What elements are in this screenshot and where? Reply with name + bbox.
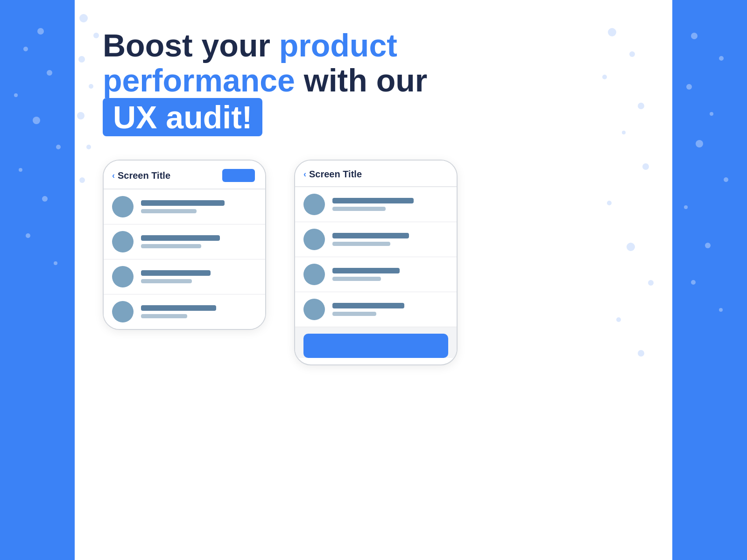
decorative-dot [77, 112, 85, 119]
phone2-bottom-button[interactable] [303, 334, 448, 358]
phone2-lines-1 [332, 198, 448, 211]
decorative-dot [648, 280, 654, 286]
phone2-body [295, 187, 457, 358]
phone1-avatar-2 [112, 231, 134, 252]
phone1-list-item [104, 294, 265, 329]
left-sidebar [0, 0, 75, 560]
decorative-dot [642, 163, 649, 170]
decorative-dot [54, 261, 57, 265]
phones-section: ‹ Screen Title [103, 160, 644, 560]
phone2-lines-4 [332, 303, 448, 316]
phone1-lines-3 [141, 270, 257, 283]
phone1-line-primary-2 [141, 235, 220, 241]
decorative-dot [616, 317, 621, 322]
headline-part1: Boost your [103, 28, 279, 63]
decorative-dot [19, 168, 22, 172]
decorative-dot [686, 84, 692, 90]
phone2-avatar-4 [303, 299, 325, 320]
phone2-line-primary-3 [332, 268, 400, 273]
phone2-line-primary-4 [332, 303, 404, 308]
decorative-dot [26, 233, 30, 238]
phone1-lines-2 [141, 235, 257, 248]
decorative-dot [638, 350, 644, 357]
phone2-line-secondary-3 [332, 277, 381, 281]
decorative-dot [56, 145, 61, 149]
decorative-dot [79, 177, 85, 183]
phone2-list-item [295, 292, 457, 327]
phone1-lines-4 [141, 305, 257, 318]
right-sidebar [672, 0, 747, 560]
phone1-line-secondary-3 [141, 279, 192, 283]
phone2-line-secondary-2 [332, 242, 390, 246]
phone1-avatar-3 [112, 266, 134, 287]
decorative-dot [79, 14, 88, 22]
heading-section: Boost your productperformance with our U… [103, 28, 644, 136]
phone2-list-item [295, 187, 457, 222]
phone1-list-item [104, 224, 265, 259]
phone2-avatar-2 [303, 229, 325, 250]
phone1-header: ‹ Screen Title [104, 161, 265, 189]
phone2-title: Screen Title [309, 169, 362, 180]
phone1-body [104, 189, 265, 329]
phone2-header-left: ‹ Screen Title [303, 169, 362, 180]
main-headline: Boost your productperformance with our U… [103, 28, 430, 136]
phone2-header: ‹ Screen Title [295, 161, 457, 187]
decorative-dot [14, 93, 18, 97]
decorative-dot [627, 243, 635, 251]
phone1-line-primary-1 [141, 200, 225, 206]
phone1-back-arrow[interactable]: ‹ [112, 171, 115, 181]
phone1-avatar-1 [112, 196, 134, 217]
phone-mockup-1: ‹ Screen Title [103, 160, 266, 330]
headline-part2: with our [295, 63, 427, 98]
phone2-line-primary-1 [332, 198, 414, 203]
phone2-line-primary-2 [332, 233, 409, 238]
decorative-dot [607, 201, 612, 205]
phone1-line-secondary-1 [141, 209, 197, 213]
phone1-avatar-4 [112, 301, 134, 322]
decorative-dot [42, 196, 48, 202]
headline-badge: UX audit! [103, 98, 262, 137]
decorative-dot [705, 243, 711, 248]
decorative-dot [710, 112, 713, 116]
decorative-dot [33, 117, 40, 124]
phone2-line-secondary-1 [332, 207, 386, 211]
phone2-lines-3 [332, 268, 448, 281]
decorative-dot [696, 140, 703, 147]
decorative-dot [691, 33, 698, 39]
decorative-dot [23, 47, 28, 51]
phone1-list-item [104, 189, 265, 224]
decorative-dot [89, 84, 93, 89]
phone1-title: Screen Title [118, 170, 170, 181]
decorative-dot [724, 177, 728, 182]
phone2-list-item [295, 257, 457, 292]
phone1-lines-1 [141, 200, 257, 213]
phone2-back-arrow[interactable]: ‹ [303, 169, 306, 179]
phone1-line-secondary-4 [141, 314, 187, 318]
phone1-header-left: ‹ Screen Title [112, 170, 170, 181]
decorative-dot [719, 56, 724, 61]
decorative-dot [93, 33, 99, 38]
phone-mockup-2: ‹ Screen Title [294, 160, 458, 365]
decorative-dot [691, 280, 696, 285]
phone2-lines-2 [332, 233, 448, 246]
decorative-dot [47, 70, 52, 76]
main-content: Boost your productperformance with our U… [75, 0, 672, 560]
decorative-dot [684, 205, 688, 209]
phone1-list-item [104, 259, 265, 294]
phone1-line-primary-4 [141, 305, 216, 311]
phone2-avatar-3 [303, 264, 325, 285]
phone1-line-secondary-2 [141, 244, 201, 248]
decorative-dot [37, 28, 44, 35]
decorative-dot [86, 145, 91, 149]
decorative-dot [78, 56, 85, 63]
phone1-header-button[interactable] [222, 169, 255, 182]
phone1-line-primary-3 [141, 270, 211, 276]
phone2-avatar-1 [303, 194, 325, 215]
page-layout: Boost your productperformance with our U… [0, 0, 747, 560]
phone2-line-secondary-4 [332, 312, 376, 316]
phone2-list-item [295, 222, 457, 257]
decorative-dot [719, 308, 723, 312]
